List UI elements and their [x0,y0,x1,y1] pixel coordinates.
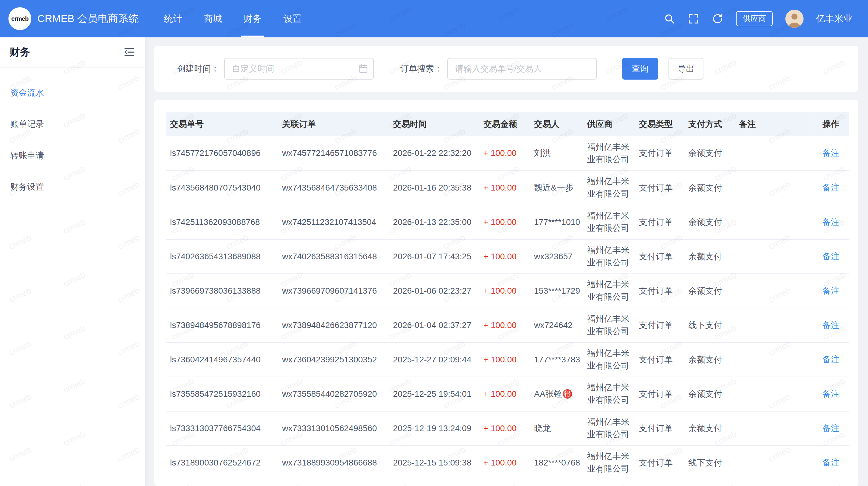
cell-trader: 177****3783 [530,342,584,377]
cell-trader: 魏近&一步 [530,171,584,205]
remark-link[interactable]: 备注 [823,217,839,227]
cell-remark [735,342,815,377]
cell-time: 2025-12-19 13:24:09 [390,411,480,446]
merchant-name[interactable]: 亿丰米业 [816,13,852,25]
cell-supplier: 福州亿丰米业有限公司 [584,446,635,480]
remark-link[interactable]: 备注 [823,183,839,192]
cell-supplier: 福州亿丰米业有限公司 [584,274,635,308]
sidebar-item-bill-records[interactable]: 账单记录 [0,109,145,140]
remark-link[interactable]: 备注 [823,355,839,364]
remark-link[interactable]: 备注 [823,286,839,296]
sidebar-header: 财务 [0,37,145,67]
role-badge: 供应商 [736,11,773,26]
cell-time: 2026-01-13 22:35:00 [390,205,480,239]
cell-time: 2025-12-25 19:54:01 [390,377,480,411]
search-input-wrap [447,58,597,80]
remark-link[interactable]: 备注 [823,389,839,399]
sidebar-item-transfer-request[interactable]: 转账申请 [0,140,145,171]
cell-related-order: wx738948426623877120 [278,308,390,342]
nav-item-stats[interactable]: 统计 [153,0,193,37]
cell-pay-method: 余额支付 [685,377,735,411]
sidebar-item-finance-settings[interactable]: 财务设置 [0,171,145,203]
cell-remark [735,274,815,308]
table-row: ls742511362093088768wx742511232107413504… [166,205,849,239]
transactions-table-card: 交易单号关联订单交易时间交易金额交易人供应商交易类型支付方式备注操作 ls745… [154,100,858,486]
cell-pay-method: 余额支付 [685,239,735,274]
cell-remark [735,411,815,446]
table-row: ls740263654313689088wx740263588316315648… [166,239,849,274]
cell-supplier: 福州亿丰米业有限公司 [584,205,635,239]
app-title: CRMEB 会员电商系统 [37,12,138,26]
cell-remark [735,239,815,274]
cell-order-no: ls735585472515932160 [166,377,278,411]
remark-link[interactable]: 备注 [823,424,839,433]
nav-item-finance[interactable]: 财务 [233,0,273,37]
export-button[interactable]: 导出 [669,58,704,80]
cell-action: 备注 [815,377,849,411]
cell-type: 支付订单 [635,205,685,239]
cell-trader: 177****1010 [530,205,584,239]
cell-trader: AA张铨🉐 [530,377,584,411]
order-search-input[interactable] [447,58,597,80]
remark-link[interactable]: 备注 [823,321,839,330]
sidebar-title: 财务 [10,45,30,59]
cell-order-no: ls733313037766754304 [166,411,278,446]
sidebar-item-capital-flow[interactable]: 资金流水 [0,77,145,109]
filter-bar: 创建时间： 订单搜索： 查询 导出 [154,46,858,92]
cell-supplier: 福州亿丰米业有限公司 [584,171,635,205]
table-row: ls736042414967357440wx736042399251300352… [166,342,849,377]
cell-amount: + 100.00 [480,377,530,411]
cell-related-order: wx735585440282705920 [278,377,390,411]
cell-pay-method: 余额支付 [685,342,735,377]
column-header-related-order: 关联订单 [278,112,390,136]
cell-time: 2025-12-27 02:09:44 [390,342,480,377]
cell-amount: + 100.00 [480,411,530,446]
cell-order-no: ls731890030762524672 [166,446,278,480]
query-button[interactable]: 查询 [622,58,658,80]
search-icon[interactable] [664,13,675,24]
cell-action: 备注 [815,446,849,480]
table-row: ls739669738036133888wx739669709607141376… [166,274,849,308]
order-search-label: 订单搜索： [400,63,442,74]
cell-remark [735,446,815,480]
cell-order-no: ls743568480707543040 [166,171,278,205]
cell-order-no: ls736042414967357440 [166,342,278,377]
cell-type: 支付订单 [635,342,685,377]
table-row: ls743568480707543040wx743568464735633408… [166,171,849,205]
nav-item-mall[interactable]: 商城 [193,0,233,37]
cell-supplier: 福州亿丰米业有限公司 [584,308,635,342]
fullscreen-icon[interactable] [688,13,699,24]
remark-link[interactable]: 备注 [823,252,839,261]
main-content: 创建时间： 订单搜索： 查询 导出 [145,37,868,486]
cell-amount: + 100.00 [480,446,530,480]
refresh-icon[interactable] [712,13,723,24]
cell-amount: + 100.00 [480,342,530,377]
cell-type: 支付订单 [635,274,685,308]
cell-pay-method: 余额支付 [685,205,735,239]
cell-supplier: 福州亿丰米业有限公司 [584,377,635,411]
collapse-sidebar-icon[interactable] [123,46,135,58]
avatar-image [785,10,804,28]
cell-remark [735,377,815,411]
remark-link[interactable]: 备注 [823,458,839,467]
cell-trader: 153****1729 [530,274,584,308]
cell-type: 支付订单 [635,377,685,411]
avatar[interactable] [785,10,804,28]
cell-action: 备注 [815,274,849,308]
cell-trader: 刘洪 [530,136,584,171]
cell-amount: + 100.00 [480,274,530,308]
sidebar-menu: 资金流水账单记录转账申请财务设置 [0,67,145,203]
table-body: ls745772176057040896wx745772146571083776… [166,136,849,480]
cell-order-no: ls742511362093088768 [166,205,278,239]
cell-pay-method: 线下支付 [685,446,735,480]
cell-pay-method: 余额支付 [685,411,735,446]
nav-item-settings[interactable]: 设置 [273,0,312,37]
remark-link[interactable]: 备注 [823,148,839,158]
cell-pay-method: 余额支付 [685,136,735,171]
cell-amount: + 100.00 [480,205,530,239]
cell-amount: + 100.00 [480,239,530,274]
cell-action: 备注 [815,411,849,446]
cell-type: 支付订单 [635,411,685,446]
cell-related-order: wx731889930954866688 [278,446,390,480]
date-range-input[interactable] [224,58,374,80]
